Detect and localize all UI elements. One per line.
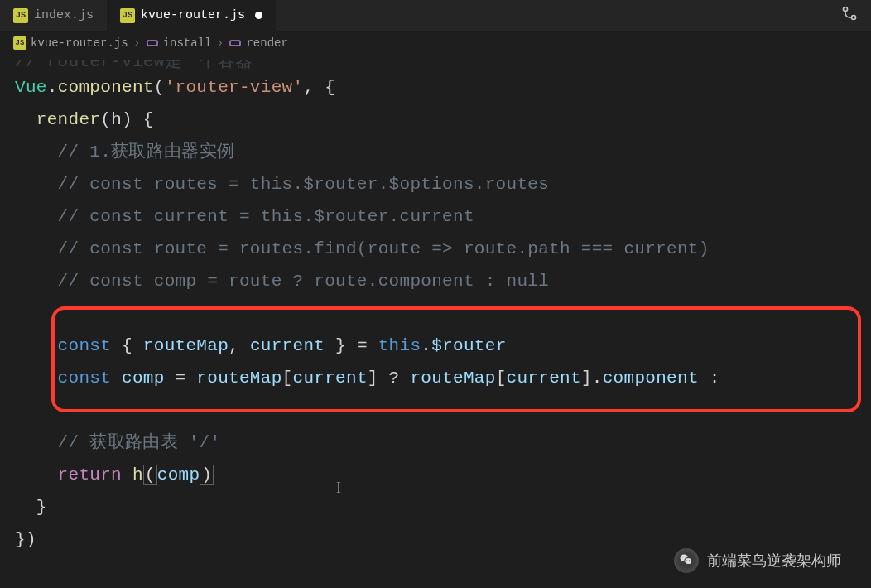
code-line xyxy=(15,297,871,330)
editor-area[interactable]: // router-view是一个容器 Vue.component('route… xyxy=(0,55,871,556)
tabs-bar: JS index.js JS kvue-router.js xyxy=(0,0,871,31)
code-line: // 获取路由表 '/' xyxy=(15,427,871,459)
tab-label: index.js xyxy=(34,8,94,22)
code-line xyxy=(15,394,871,427)
js-file-icon: JS xyxy=(13,36,26,50)
code-line: // const routes = this.$router.$options.… xyxy=(15,168,871,200)
modified-indicator-icon xyxy=(255,12,262,19)
chevron-right-icon: › xyxy=(133,36,141,51)
code-line: // const current = this.$router.current xyxy=(15,200,871,233)
tab-kvue-router-js[interactable]: JS kvue-router.js xyxy=(107,0,276,31)
source-control-icon[interactable] xyxy=(841,5,858,26)
svg-rect-2 xyxy=(147,41,157,46)
tab-index-js[interactable]: JS index.js xyxy=(0,0,107,31)
code-line: render(h) { xyxy=(15,104,871,136)
code-line: // const comp = route ? route.component … xyxy=(15,265,871,297)
breadcrumb-render[interactable]: render xyxy=(229,36,287,50)
tab-label: kvue-router.js xyxy=(141,8,245,22)
js-file-icon: JS xyxy=(13,8,28,23)
code-line: } xyxy=(15,491,871,523)
svg-point-1 xyxy=(852,16,856,20)
text-cursor-icon: I xyxy=(336,472,341,504)
breadcrumb-file[interactable]: JS kvue-router.js xyxy=(13,36,128,50)
code-line: // 1.获取路由器实例 xyxy=(15,136,871,168)
js-file-icon: JS xyxy=(120,8,135,23)
method-icon xyxy=(146,36,159,50)
watermark: 前端菜鸟逆袭架构师 xyxy=(674,548,841,573)
method-icon xyxy=(229,36,242,50)
svg-point-0 xyxy=(844,7,848,12)
code-line: const comp = routeMap[current] ? routeMa… xyxy=(15,362,871,394)
breadcrumb: JS kvue-router.js › install › render xyxy=(0,31,871,55)
code-line: Vue.component('router-view', { xyxy=(15,71,871,104)
watermark-text: 前端菜鸟逆袭架构师 xyxy=(707,551,841,571)
chevron-right-icon: › xyxy=(216,36,224,51)
code-line: return h(comp) xyxy=(15,459,871,491)
code-line: // router-view是一个容器 xyxy=(15,60,871,71)
wechat-icon xyxy=(674,548,699,573)
code-line: const { routeMap, current } = this.$rout… xyxy=(15,330,871,362)
svg-rect-3 xyxy=(230,41,240,46)
code-line: // const route = routes.find(route => ro… xyxy=(15,233,871,265)
breadcrumb-install[interactable]: install xyxy=(146,36,212,50)
